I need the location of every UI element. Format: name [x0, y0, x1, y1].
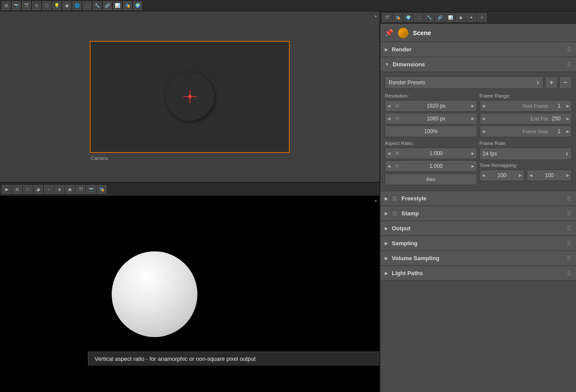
- render-presets-dropdown[interactable]: Render Presets ⬍: [385, 76, 543, 89]
- resolution-y-field[interactable]: ◀ Y: 1080 px ▶: [385, 113, 477, 124]
- toolbar-icon-camera[interactable]: 📷: [12, 1, 21, 10]
- tr-new-arrow-right[interactable]: ▶: [564, 170, 571, 181]
- aspect-y-field[interactable]: ◀ Y: 1.000 ▶: [385, 160, 477, 172]
- vb-icon-solid[interactable]: ◕: [33, 185, 43, 194]
- svg-point-2: [189, 95, 191, 98]
- end-frame-arrow-right[interactable]: ▶: [564, 113, 571, 124]
- toolbar-icon-view[interactable]: ⊙: [32, 1, 41, 10]
- toolbar-icon-material[interactable]: ◉: [62, 1, 71, 10]
- props-icon-world[interactable]: 🌍: [403, 13, 413, 22]
- tr-old-arrow-right[interactable]: ▶: [517, 170, 524, 181]
- tr-new-arrow-left[interactable]: ◀: [527, 170, 534, 181]
- asp-y-arrow-left[interactable]: ◀: [385, 161, 392, 171]
- dimensions-title: Dimensions: [393, 61, 425, 68]
- vb-icon-texture[interactable]: ◈: [55, 185, 64, 194]
- props-icon-render[interactable]: 🎬: [382, 13, 392, 22]
- resolution-percent[interactable]: 100%: [385, 126, 477, 137]
- ren-field[interactable]: Ren: [385, 174, 477, 185]
- time-remap-new[interactable]: ◀ 100 ▶: [527, 170, 572, 181]
- toolbar-icon-grid[interactable]: ⊞: [2, 1, 11, 10]
- vb-icon-grid[interactable]: ⊞: [12, 185, 22, 194]
- output-title: Output: [392, 225, 411, 232]
- props-icon-scene[interactable]: 🎭: [393, 13, 402, 22]
- presets-remove-btn[interactable]: −: [559, 76, 572, 89]
- vb-icon-material[interactable]: ◉: [65, 185, 75, 194]
- aspect-x-field[interactable]: ◀ X: 1.000 ▶: [385, 148, 477, 159]
- asp-x-label: X:: [392, 151, 403, 156]
- section-volume-sampling[interactable]: ▶ Volume Sampling ⠿: [380, 251, 576, 266]
- viewport-3d[interactable]: + Camera: [0, 11, 379, 183]
- toolbar-icon-modifier[interactable]: 🔧: [93, 1, 102, 10]
- render-arrow: ▶: [385, 47, 388, 52]
- camera-frame: Camera: [90, 41, 290, 153]
- presets-add-btn[interactable]: +: [545, 76, 558, 89]
- stamp-checkbox[interactable]: [392, 211, 398, 217]
- freestyle-checkbox[interactable]: [392, 196, 398, 202]
- time-remap-old[interactable]: ◀ 100 ▶: [480, 170, 525, 181]
- volume-sampling-arrow: ▶: [385, 256, 388, 261]
- end-frame-arrow-left[interactable]: ◀: [480, 113, 487, 124]
- toolbar-icon-scene2[interactable]: 🎭: [123, 1, 132, 10]
- section-sampling[interactable]: ▶ Sampling ⠿: [380, 236, 576, 251]
- vb-icon-render[interactable]: 🎬: [76, 185, 85, 194]
- res-y-arrow-right[interactable]: ▶: [470, 113, 477, 124]
- res-x-arrow-left[interactable]: ◀: [385, 101, 392, 111]
- asp-x-arrow-right[interactable]: ▶: [470, 148, 477, 159]
- tr-old-value: 100: [487, 172, 517, 178]
- vb-icon-wire[interactable]: ○: [44, 185, 54, 194]
- props-icon-physics[interactable]: ⚛: [477, 13, 487, 22]
- props-top-bar: 🎬 🎭 🌍 ⬚ 🔧 🔗 📊 ◉ ✦ ⚛: [380, 11, 576, 24]
- aspect-header: Aspect Ratio:: [385, 141, 477, 146]
- vb-icon-scene[interactable]: 🎭: [97, 185, 106, 194]
- section-freestyle[interactable]: ▶ Freestyle ⠿: [380, 191, 576, 206]
- light-paths-arrow: ▶: [385, 271, 388, 276]
- end-frame-field[interactable]: ◀ End Fra: 250 ▶: [480, 113, 572, 124]
- res-x-arrow-right[interactable]: ▶: [470, 101, 477, 111]
- main-layout: + Camera ▶ ⊞ ⬡: [0, 11, 576, 392]
- toolbar-icon-world2[interactable]: 🌍: [133, 1, 142, 10]
- volume-sampling-title: Volume Sampling: [392, 255, 439, 261]
- section-dimensions[interactable]: ▼ Dimensions ⠿: [380, 57, 576, 72]
- toolbar-icon-light[interactable]: 💡: [52, 1, 61, 10]
- section-light-paths[interactable]: ▶ Light Paths ⠿: [380, 266, 576, 281]
- toolbar-icon-world[interactable]: 🌐: [73, 1, 81, 10]
- section-stamp[interactable]: ▶ Stamp ⠿: [380, 206, 576, 221]
- vb-icon-mesh[interactable]: ⬡: [23, 185, 33, 194]
- render-title: Render: [392, 46, 412, 53]
- frame-step-arrow-left[interactable]: ◀: [480, 126, 487, 137]
- props-icon-object[interactable]: ⬚: [414, 13, 423, 22]
- start-frame-arrow-right[interactable]: ▶: [564, 101, 571, 111]
- resolution-x-field[interactable]: ◀ X: 1920 px ▶: [385, 100, 477, 112]
- props-icon-constraint2[interactable]: 🔗: [435, 13, 445, 22]
- frame-rate-dropdown[interactable]: 24 fps ⬍: [480, 148, 572, 160]
- freestyle-arrow: ▶: [385, 196, 388, 201]
- dimensions-dots: ⠿: [567, 61, 572, 68]
- start-frame-arrow-left[interactable]: ◀: [480, 101, 487, 111]
- frame-step-arrow-right[interactable]: ▶: [564, 126, 571, 137]
- asp-y-arrow-right[interactable]: ▶: [470, 161, 477, 171]
- props-icon-particles[interactable]: ✦: [467, 13, 476, 22]
- asp-x-arrow-left[interactable]: ◀: [385, 148, 392, 159]
- toolbar-icon-render[interactable]: 🎬: [22, 1, 31, 10]
- render-sphere: [112, 251, 197, 337]
- preview-add-btn[interactable]: +: [375, 198, 377, 203]
- section-output[interactable]: ▶ Output ⠿: [380, 221, 576, 236]
- tr-old-arrow-left[interactable]: ◀: [480, 170, 487, 181]
- col-frame-range: Frame Range: ◀ Start Frame: 1 ▶ ◀ End Fr…: [480, 93, 572, 186]
- toolbar-icon-object[interactable]: ⬚: [83, 1, 91, 10]
- toolbar-icon-mesh[interactable]: ⬡: [42, 1, 51, 10]
- toolbar-icon-data[interactable]: 📊: [113, 1, 122, 10]
- props-icon-material2[interactable]: ◉: [456, 13, 466, 22]
- props-icon-modifier[interactable]: 🔧: [424, 13, 434, 22]
- toolbar-icon-constraint[interactable]: 🔗: [103, 1, 112, 10]
- viewport-add-btn[interactable]: +: [375, 14, 377, 19]
- start-frame-field[interactable]: ◀ Start Frame: 1 ▶: [480, 100, 572, 112]
- vb-icon-camera2[interactable]: 📷: [86, 185, 96, 194]
- vb-icon-view[interactable]: ▶: [2, 185, 11, 194]
- section-render[interactable]: ▶ Render ⠿: [380, 42, 576, 57]
- svg-point-3: [190, 96, 190, 97]
- frame-step-field[interactable]: ◀ Frame Step: 1 ▶: [480, 126, 572, 137]
- tooltip-text: Vertical aspect ratio - for anamorphic o…: [95, 356, 255, 362]
- res-y-arrow-left[interactable]: ◀: [385, 113, 392, 124]
- props-icon-data2[interactable]: 📊: [445, 13, 455, 22]
